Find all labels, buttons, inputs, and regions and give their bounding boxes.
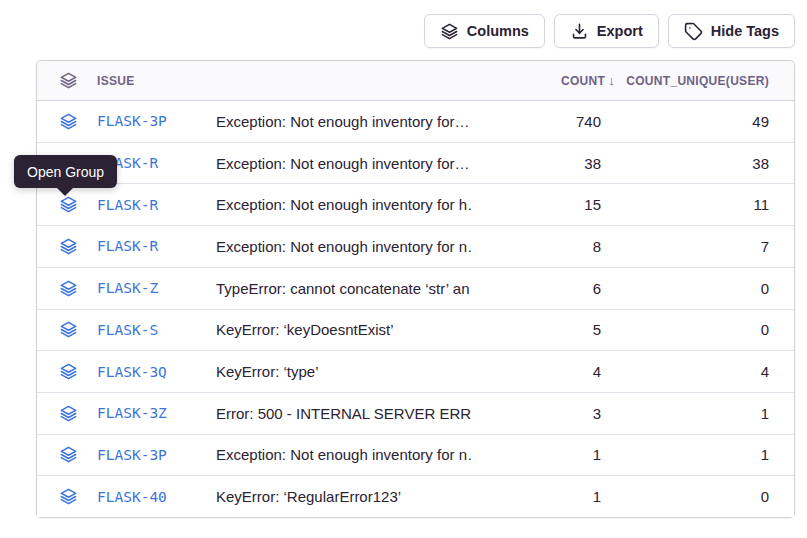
count-value: 38: [471, 155, 601, 172]
issue-title: KeyError: ‘type’: [216, 363, 471, 380]
count-unique-value: 38: [601, 155, 769, 172]
table-row: FLASK-3Q KeyError: ‘type’ 4 4: [37, 351, 794, 393]
table-header: ISSUE COUNT↓ COUNT_UNIQUE(USER): [37, 61, 794, 101]
column-header-count-unique[interactable]: COUNT_UNIQUE(USER): [601, 74, 769, 88]
column-header-count[interactable]: COUNT↓: [471, 73, 601, 88]
count-unique-value: 0: [601, 488, 769, 505]
table-row: FLASK-3Z Error: 500 - INTERNAL SERVER ER…: [37, 393, 794, 435]
toolbar: Columns Export Hide Tags: [424, 14, 795, 48]
issue-title: KeyError: ‘keyDoesntExist’: [216, 321, 471, 338]
open-group-layers-icon[interactable]: [59, 112, 97, 131]
table-row: FLASK-Z TypeError: cannot concatenate ‘s…: [37, 268, 794, 310]
count-unique-value: 0: [601, 280, 769, 297]
hide-tags-button-label: Hide Tags: [711, 23, 779, 39]
export-button[interactable]: Export: [554, 14, 659, 48]
table-row: FLASK-S KeyError: ‘keyDoesntExist’ 5 0: [37, 310, 794, 352]
open-group-layers-icon[interactable]: [59, 320, 97, 339]
count-value: 4: [471, 363, 601, 380]
open-group-layers-icon[interactable]: [59, 445, 97, 464]
count-unique-value: 11: [601, 196, 769, 213]
count-unique-value: 49: [601, 113, 769, 130]
issue-title: Exception: Not enough inventory for n…: [216, 446, 471, 463]
issue-link[interactable]: FLASK-Z: [97, 280, 216, 296]
open-group-tooltip-label: Open Group: [27, 164, 104, 180]
issue-link[interactable]: FLASK-R: [97, 197, 216, 213]
tooltip-arrow-icon: [57, 188, 73, 196]
download-icon: [570, 22, 589, 41]
open-group-layers-icon[interactable]: [59, 237, 97, 256]
export-button-label: Export: [597, 23, 643, 39]
column-header-issue[interactable]: ISSUE: [97, 74, 216, 88]
issue-link[interactable]: FLASK-3P: [97, 447, 216, 463]
page: Columns Export Hide Tags: [0, 0, 807, 538]
open-group-layers-icon[interactable]: [59, 195, 97, 214]
issue-title: Exception: Not enough inventory for…: [216, 155, 471, 172]
open-group-layers-icon[interactable]: [59, 404, 97, 423]
issues-table: ISSUE COUNT↓ COUNT_UNIQUE(USER) FLASK-3P…: [36, 60, 795, 518]
table-row: FLASK-R Exception: Not enough inventory …: [37, 184, 794, 226]
count-value: 740: [471, 113, 601, 130]
count-unique-value: 1: [601, 405, 769, 422]
hide-tags-button[interactable]: Hide Tags: [668, 14, 795, 48]
count-value: 6: [471, 280, 601, 297]
table-row: FLASK-R Exception: Not enough inventory …: [37, 143, 794, 185]
table-body: FLASK-3P Exception: Not enough inventory…: [37, 101, 794, 517]
issue-link[interactable]: FLASK-40: [97, 489, 216, 505]
issue-link[interactable]: FLASK-3Q: [97, 364, 216, 380]
issue-title: Exception: Not enough inventory for…: [216, 113, 471, 130]
columns-button-label: Columns: [467, 23, 529, 39]
issue-link[interactable]: FLASK-S: [97, 322, 216, 338]
open-group-layers-icon[interactable]: [59, 279, 97, 298]
open-group-tooltip: Open Group: [14, 155, 117, 188]
count-value: 3: [471, 405, 601, 422]
count-value: 1: [471, 446, 601, 463]
tag-icon: [684, 22, 703, 41]
issue-title: TypeError: cannot concatenate ‘str’ an…: [216, 280, 471, 297]
issue-title: KeyError: ‘RegularError123’: [216, 488, 471, 505]
issue-link[interactable]: FLASK-3Z: [97, 405, 216, 421]
issue-title: Exception: Not enough inventory for h…: [216, 196, 471, 213]
table-row: FLASK-3P Exception: Not enough inventory…: [37, 101, 794, 143]
count-unique-value: 1: [601, 446, 769, 463]
issue-link[interactable]: FLASK-R: [97, 238, 216, 254]
count-value: 8: [471, 238, 601, 255]
count-value: 1: [471, 488, 601, 505]
layers-icon: [59, 71, 97, 90]
count-value: 15: [471, 196, 601, 213]
count-value: 5: [471, 321, 601, 338]
open-group-layers-icon[interactable]: [59, 487, 97, 506]
table-row: FLASK-R Exception: Not enough inventory …: [37, 226, 794, 268]
table-row: FLASK-3P Exception: Not enough inventory…: [37, 435, 794, 477]
issue-title: Exception: Not enough inventory for n…: [216, 238, 471, 255]
count-unique-value: 0: [601, 321, 769, 338]
issue-title: Error: 500 - INTERNAL SERVER ERROR: [216, 405, 471, 422]
count-unique-value: 7: [601, 238, 769, 255]
layers-icon: [440, 22, 459, 41]
columns-button[interactable]: Columns: [424, 14, 545, 48]
open-group-layers-icon[interactable]: [59, 362, 97, 381]
issue-link[interactable]: FLASK-3P: [97, 113, 216, 129]
table-row: FLASK-40 KeyError: ‘RegularError123’ 1 0: [37, 476, 794, 517]
count-unique-value: 4: [601, 363, 769, 380]
